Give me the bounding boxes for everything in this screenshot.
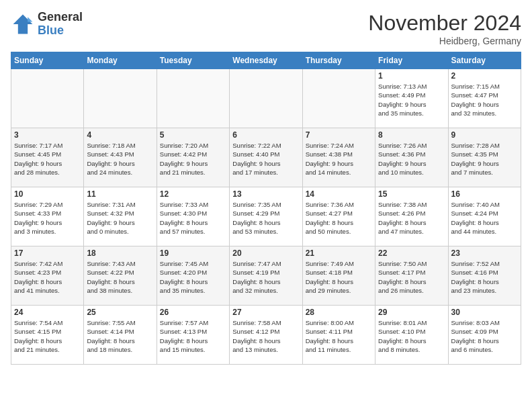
- calendar-cell-3-4: 21Sunrise: 7:49 AM Sunset: 4:18 PM Dayli…: [302, 246, 375, 306]
- day-info: Sunrise: 8:00 AM Sunset: 4:11 PM Dayligh…: [306, 318, 372, 354]
- day-info: Sunrise: 7:35 AM Sunset: 4:29 PM Dayligh…: [232, 200, 299, 236]
- calendar-cell-3-5: 22Sunrise: 7:50 AM Sunset: 4:17 PM Dayli…: [375, 246, 448, 306]
- calendar-header-wednesday: Wednesday: [230, 52, 302, 69]
- day-info: Sunrise: 7:55 AM Sunset: 4:14 PM Dayligh…: [87, 318, 153, 354]
- day-number: 10: [14, 189, 81, 199]
- calendar-week-1: 3Sunrise: 7:17 AM Sunset: 4:45 PM Daylig…: [11, 128, 521, 187]
- day-number: 8: [378, 130, 445, 140]
- calendar-cell-0-5: 1Sunrise: 7:13 AM Sunset: 4:49 PM Daylig…: [375, 69, 448, 128]
- logo-text: General Blue: [38, 11, 83, 38]
- day-number: 14: [306, 189, 372, 199]
- day-info: Sunrise: 7:58 AM Sunset: 4:12 PM Dayligh…: [232, 318, 299, 354]
- day-info: Sunrise: 7:29 AM Sunset: 4:33 PM Dayligh…: [14, 200, 81, 236]
- day-info: Sunrise: 7:24 AM Sunset: 4:38 PM Dayligh…: [306, 141, 372, 177]
- day-number: 11: [87, 189, 153, 199]
- calendar-cell-1-6: 9Sunrise: 7:28 AM Sunset: 4:35 PM Daylig…: [448, 128, 521, 187]
- day-number: 25: [87, 308, 153, 317]
- calendar-cell-4-3: 27Sunrise: 7:58 AM Sunset: 4:12 PM Dayli…: [230, 306, 302, 365]
- day-number: 15: [378, 189, 445, 199]
- calendar-cell-4-4: 28Sunrise: 8:00 AM Sunset: 4:11 PM Dayli…: [302, 306, 375, 365]
- day-info: Sunrise: 7:50 AM Sunset: 4:17 PM Dayligh…: [378, 259, 445, 295]
- day-info: Sunrise: 7:36 AM Sunset: 4:27 PM Dayligh…: [306, 200, 372, 236]
- day-info: Sunrise: 7:47 AM Sunset: 4:19 PM Dayligh…: [232, 259, 299, 295]
- logo-blue: Blue: [38, 24, 64, 37]
- month-title: November 2024: [368, 11, 521, 36]
- day-number: 16: [451, 189, 518, 199]
- calendar-header-sunday: Sunday: [11, 52, 84, 69]
- calendar-cell-0-0: [11, 69, 84, 128]
- location: Heidberg, Germany: [368, 36, 521, 46]
- day-info: Sunrise: 7:28 AM Sunset: 4:35 PM Dayligh…: [451, 141, 518, 177]
- calendar-cell-2-0: 10Sunrise: 7:29 AM Sunset: 4:33 PM Dayli…: [11, 187, 84, 246]
- calendar-header-thursday: Thursday: [302, 52, 375, 69]
- day-info: Sunrise: 7:43 AM Sunset: 4:22 PM Dayligh…: [87, 259, 153, 295]
- day-info: Sunrise: 7:38 AM Sunset: 4:26 PM Dayligh…: [378, 200, 445, 236]
- calendar-cell-3-6: 23Sunrise: 7:52 AM Sunset: 4:16 PM Dayli…: [448, 246, 521, 306]
- day-info: Sunrise: 7:15 AM Sunset: 4:47 PM Dayligh…: [451, 82, 518, 118]
- day-number: 28: [306, 308, 372, 317]
- day-number: 30: [451, 308, 518, 317]
- calendar-header-monday: Monday: [84, 52, 157, 69]
- calendar-cell-3-0: 17Sunrise: 7:42 AM Sunset: 4:23 PM Dayli…: [11, 246, 84, 306]
- day-number: 24: [14, 308, 81, 317]
- page: General Blue November 2024 Heidberg, Ger…: [0, 0, 532, 411]
- calendar-cell-1-4: 7Sunrise: 7:24 AM Sunset: 4:38 PM Daylig…: [302, 128, 375, 187]
- day-number: 19: [160, 248, 226, 258]
- calendar-cell-2-1: 11Sunrise: 7:31 AM Sunset: 4:32 PM Dayli…: [84, 187, 157, 246]
- day-number: 1: [378, 71, 445, 81]
- day-info: Sunrise: 7:54 AM Sunset: 4:15 PM Dayligh…: [14, 318, 81, 354]
- day-info: Sunrise: 7:22 AM Sunset: 4:40 PM Dayligh…: [232, 141, 299, 177]
- day-number: 29: [378, 308, 445, 317]
- day-number: 4: [87, 130, 153, 140]
- day-number: 5: [160, 130, 226, 140]
- calendar-cell-4-1: 25Sunrise: 7:55 AM Sunset: 4:14 PM Dayli…: [84, 306, 157, 365]
- calendar-cell-4-2: 26Sunrise: 7:57 AM Sunset: 4:13 PM Dayli…: [157, 306, 229, 365]
- day-info: Sunrise: 7:40 AM Sunset: 4:24 PM Dayligh…: [451, 200, 518, 236]
- day-info: Sunrise: 8:01 AM Sunset: 4:10 PM Dayligh…: [378, 318, 445, 354]
- day-number: 27: [232, 308, 299, 317]
- day-number: 26: [160, 308, 226, 317]
- calendar-header-tuesday: Tuesday: [157, 52, 229, 69]
- logo-icon: [11, 12, 35, 36]
- calendar-cell-3-1: 18Sunrise: 7:43 AM Sunset: 4:22 PM Dayli…: [84, 246, 157, 306]
- calendar: SundayMondayTuesdayWednesdayThursdayFrid…: [11, 52, 521, 365]
- calendar-cell-2-4: 14Sunrise: 7:36 AM Sunset: 4:27 PM Dayli…: [302, 187, 375, 246]
- calendar-cell-3-3: 20Sunrise: 7:47 AM Sunset: 4:19 PM Dayli…: [230, 246, 302, 306]
- calendar-cell-2-5: 15Sunrise: 7:38 AM Sunset: 4:26 PM Dayli…: [375, 187, 448, 246]
- day-info: Sunrise: 7:26 AM Sunset: 4:36 PM Dayligh…: [378, 141, 445, 177]
- calendar-week-0: 1Sunrise: 7:13 AM Sunset: 4:49 PM Daylig…: [11, 69, 521, 128]
- calendar-week-3: 17Sunrise: 7:42 AM Sunset: 4:23 PM Dayli…: [11, 246, 521, 306]
- day-info: Sunrise: 8:03 AM Sunset: 4:09 PM Dayligh…: [451, 318, 518, 354]
- calendar-cell-1-0: 3Sunrise: 7:17 AM Sunset: 4:45 PM Daylig…: [11, 128, 84, 187]
- calendar-cell-1-3: 6Sunrise: 7:22 AM Sunset: 4:40 PM Daylig…: [230, 128, 302, 187]
- calendar-cell-1-2: 5Sunrise: 7:20 AM Sunset: 4:42 PM Daylig…: [157, 128, 229, 187]
- header: General Blue November 2024 Heidberg, Ger…: [11, 11, 521, 46]
- day-info: Sunrise: 7:18 AM Sunset: 4:43 PM Dayligh…: [87, 141, 153, 177]
- day-number: 12: [160, 189, 226, 199]
- calendar-cell-2-6: 16Sunrise: 7:40 AM Sunset: 4:24 PM Dayli…: [448, 187, 521, 246]
- calendar-cell-2-3: 13Sunrise: 7:35 AM Sunset: 4:29 PM Dayli…: [230, 187, 302, 246]
- title-block: November 2024 Heidberg, Germany: [368, 11, 521, 46]
- calendar-cell-0-2: [157, 69, 229, 128]
- day-number: 17: [14, 248, 81, 258]
- calendar-cell-4-6: 30Sunrise: 8:03 AM Sunset: 4:09 PM Dayli…: [448, 306, 521, 365]
- day-number: 20: [232, 248, 299, 258]
- day-number: 9: [451, 130, 518, 140]
- calendar-week-2: 10Sunrise: 7:29 AM Sunset: 4:33 PM Dayli…: [11, 187, 521, 246]
- day-number: 21: [306, 248, 372, 258]
- day-number: 2: [451, 71, 518, 81]
- day-info: Sunrise: 7:45 AM Sunset: 4:20 PM Dayligh…: [160, 259, 226, 295]
- day-info: Sunrise: 7:33 AM Sunset: 4:30 PM Dayligh…: [160, 200, 226, 236]
- day-info: Sunrise: 7:42 AM Sunset: 4:23 PM Dayligh…: [14, 259, 81, 295]
- calendar-header-friday: Friday: [375, 52, 448, 69]
- calendar-cell-1-1: 4Sunrise: 7:18 AM Sunset: 4:43 PM Daylig…: [84, 128, 157, 187]
- day-info: Sunrise: 7:31 AM Sunset: 4:32 PM Dayligh…: [87, 200, 153, 236]
- calendar-week-4: 24Sunrise: 7:54 AM Sunset: 4:15 PM Dayli…: [11, 306, 521, 365]
- calendar-header-saturday: Saturday: [448, 52, 521, 69]
- calendar-cell-0-4: [302, 69, 375, 128]
- calendar-cell-4-5: 29Sunrise: 8:01 AM Sunset: 4:10 PM Dayli…: [375, 306, 448, 365]
- calendar-cell-0-1: [84, 69, 157, 128]
- day-number: 18: [87, 248, 153, 258]
- day-info: Sunrise: 7:20 AM Sunset: 4:42 PM Dayligh…: [160, 141, 226, 177]
- day-info: Sunrise: 7:52 AM Sunset: 4:16 PM Dayligh…: [451, 259, 518, 295]
